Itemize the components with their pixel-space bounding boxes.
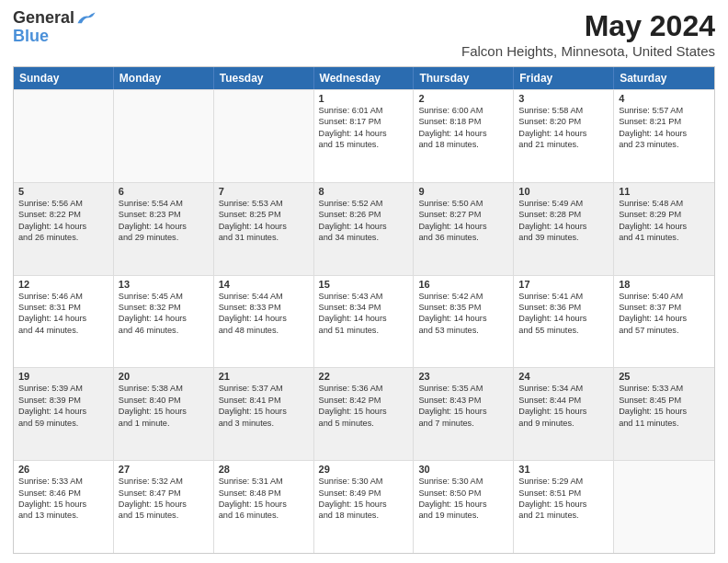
- table-row: [214, 90, 314, 182]
- day-number: 3: [518, 93, 609, 104]
- table-row: 26Sunrise: 5:33 AM Sunset: 8:46 PM Dayli…: [14, 461, 114, 553]
- header-friday: Friday: [514, 67, 614, 89]
- logo-bird-icon: [76, 10, 97, 27]
- header-thursday: Thursday: [414, 67, 514, 89]
- header-wednesday: Wednesday: [314, 67, 415, 89]
- table-row: 29Sunrise: 5:30 AM Sunset: 8:49 PM Dayli…: [314, 461, 415, 553]
- day-info: Sunrise: 5:52 AM Sunset: 8:26 PM Dayligh…: [319, 198, 409, 244]
- day-info: Sunrise: 5:56 AM Sunset: 8:22 PM Dayligh…: [18, 198, 108, 244]
- day-info: Sunrise: 5:36 AM Sunset: 8:42 PM Dayligh…: [319, 383, 409, 429]
- table-row: 16Sunrise: 5:42 AM Sunset: 8:35 PM Dayli…: [414, 276, 514, 368]
- day-info: Sunrise: 5:33 AM Sunset: 8:46 PM Dayligh…: [18, 476, 108, 522]
- day-number: 11: [619, 186, 710, 197]
- day-info: Sunrise: 5:50 AM Sunset: 8:27 PM Dayligh…: [418, 198, 508, 244]
- day-number: 9: [418, 186, 508, 197]
- day-number: 13: [119, 279, 209, 290]
- cal-row: 26Sunrise: 5:33 AM Sunset: 8:46 PM Dayli…: [14, 460, 714, 553]
- cal-row: 19Sunrise: 5:39 AM Sunset: 8:39 PM Dayli…: [14, 367, 714, 460]
- header: General Blue May 2024 Falcon Heights, Mi…: [13, 9, 715, 59]
- calendar-header: Sunday Monday Tuesday Wednesday Thursday…: [14, 67, 714, 89]
- day-info: Sunrise: 5:29 AM Sunset: 8:51 PM Dayligh…: [518, 476, 609, 522]
- table-row: 17Sunrise: 5:41 AM Sunset: 8:36 PM Dayli…: [514, 276, 614, 368]
- table-row: 18Sunrise: 5:40 AM Sunset: 8:37 PM Dayli…: [614, 276, 714, 368]
- day-info: Sunrise: 5:30 AM Sunset: 8:49 PM Dayligh…: [319, 476, 409, 522]
- header-monday: Monday: [114, 67, 214, 89]
- title-block: May 2024 Falcon Heights, Minnesota, Unit…: [461, 9, 715, 59]
- day-number: 18: [619, 279, 710, 290]
- day-info: Sunrise: 6:01 AM Sunset: 8:17 PM Dayligh…: [319, 105, 409, 151]
- logo-general: General: [13, 8, 74, 27]
- day-number: 20: [119, 371, 209, 382]
- day-info: Sunrise: 5:44 AM Sunset: 8:33 PM Dayligh…: [219, 291, 309, 337]
- day-info: Sunrise: 5:45 AM Sunset: 8:32 PM Dayligh…: [119, 291, 209, 337]
- table-row: 6Sunrise: 5:54 AM Sunset: 8:23 PM Daylig…: [114, 183, 214, 275]
- day-info: Sunrise: 5:58 AM Sunset: 8:20 PM Dayligh…: [518, 105, 609, 151]
- day-number: 21: [219, 371, 309, 382]
- day-number: 26: [18, 464, 108, 475]
- logo-blue: Blue: [13, 28, 49, 46]
- page-subtitle: Falcon Heights, Minnesota, United States: [461, 43, 715, 59]
- cal-row: 5Sunrise: 5:56 AM Sunset: 8:22 PM Daylig…: [14, 182, 714, 275]
- day-number: 1: [319, 93, 409, 104]
- day-number: 15: [319, 279, 409, 290]
- table-row: 3Sunrise: 5:58 AM Sunset: 8:20 PM Daylig…: [514, 90, 614, 182]
- table-row: 22Sunrise: 5:36 AM Sunset: 8:42 PM Dayli…: [314, 368, 415, 460]
- table-row: [14, 90, 114, 182]
- day-info: Sunrise: 5:34 AM Sunset: 8:44 PM Dayligh…: [518, 383, 609, 429]
- table-row: 31Sunrise: 5:29 AM Sunset: 8:51 PM Dayli…: [514, 461, 614, 553]
- day-number: 28: [219, 464, 309, 475]
- day-number: 25: [619, 371, 710, 382]
- day-info: Sunrise: 5:54 AM Sunset: 8:23 PM Dayligh…: [119, 198, 209, 244]
- page-title: May 2024: [461, 9, 715, 43]
- day-info: Sunrise: 5:32 AM Sunset: 8:47 PM Dayligh…: [119, 476, 209, 522]
- table-row: 9Sunrise: 5:50 AM Sunset: 8:27 PM Daylig…: [414, 183, 514, 275]
- day-number: 2: [418, 93, 508, 104]
- day-info: Sunrise: 5:33 AM Sunset: 8:45 PM Dayligh…: [619, 383, 710, 429]
- day-info: Sunrise: 5:53 AM Sunset: 8:25 PM Dayligh…: [219, 198, 309, 244]
- table-row: 5Sunrise: 5:56 AM Sunset: 8:22 PM Daylig…: [14, 183, 114, 275]
- day-info: Sunrise: 6:00 AM Sunset: 8:18 PM Dayligh…: [418, 105, 508, 151]
- day-info: Sunrise: 5:40 AM Sunset: 8:37 PM Dayligh…: [619, 291, 710, 337]
- table-row: 15Sunrise: 5:43 AM Sunset: 8:34 PM Dayli…: [314, 276, 415, 368]
- day-number: 17: [518, 279, 609, 290]
- header-sunday: Sunday: [14, 67, 114, 89]
- table-row: 1Sunrise: 6:01 AM Sunset: 8:17 PM Daylig…: [314, 90, 415, 182]
- logo: General Blue: [13, 9, 97, 46]
- day-number: 10: [518, 186, 609, 197]
- header-tuesday: Tuesday: [214, 67, 314, 89]
- day-number: 27: [119, 464, 209, 475]
- day-number: 12: [18, 279, 108, 290]
- day-info: Sunrise: 5:30 AM Sunset: 8:50 PM Dayligh…: [418, 476, 508, 522]
- day-number: 14: [219, 279, 309, 290]
- day-number: 23: [418, 371, 508, 382]
- day-number: 24: [518, 371, 609, 382]
- table-row: 4Sunrise: 5:57 AM Sunset: 8:21 PM Daylig…: [614, 90, 714, 182]
- table-row: 27Sunrise: 5:32 AM Sunset: 8:47 PM Dayli…: [114, 461, 214, 553]
- cal-row: 1Sunrise: 6:01 AM Sunset: 8:17 PM Daylig…: [14, 89, 714, 182]
- day-info: Sunrise: 5:46 AM Sunset: 8:31 PM Dayligh…: [18, 291, 108, 337]
- day-info: Sunrise: 5:48 AM Sunset: 8:29 PM Dayligh…: [619, 198, 710, 244]
- header-saturday: Saturday: [614, 67, 714, 89]
- day-number: 22: [319, 371, 409, 382]
- table-row: 10Sunrise: 5:49 AM Sunset: 8:28 PM Dayli…: [514, 183, 614, 275]
- table-row: 13Sunrise: 5:45 AM Sunset: 8:32 PM Dayli…: [114, 276, 214, 368]
- calendar-body: 1Sunrise: 6:01 AM Sunset: 8:17 PM Daylig…: [14, 89, 714, 553]
- table-row: 21Sunrise: 5:37 AM Sunset: 8:41 PM Dayli…: [214, 368, 314, 460]
- day-info: Sunrise: 5:38 AM Sunset: 8:40 PM Dayligh…: [119, 383, 209, 429]
- day-number: 5: [18, 186, 108, 197]
- table-row: [114, 90, 214, 182]
- day-info: Sunrise: 5:39 AM Sunset: 8:39 PM Dayligh…: [18, 383, 108, 429]
- day-number: 7: [219, 186, 309, 197]
- table-row: 25Sunrise: 5:33 AM Sunset: 8:45 PM Dayli…: [614, 368, 714, 460]
- day-info: Sunrise: 5:35 AM Sunset: 8:43 PM Dayligh…: [418, 383, 508, 429]
- day-number: 4: [619, 93, 710, 104]
- day-info: Sunrise: 5:49 AM Sunset: 8:28 PM Dayligh…: [518, 198, 609, 244]
- calendar: Sunday Monday Tuesday Wednesday Thursday…: [13, 66, 715, 554]
- table-row: 24Sunrise: 5:34 AM Sunset: 8:44 PM Dayli…: [514, 368, 614, 460]
- day-number: 19: [18, 371, 108, 382]
- table-row: 8Sunrise: 5:52 AM Sunset: 8:26 PM Daylig…: [314, 183, 415, 275]
- table-row: 20Sunrise: 5:38 AM Sunset: 8:40 PM Dayli…: [114, 368, 214, 460]
- day-info: Sunrise: 5:57 AM Sunset: 8:21 PM Dayligh…: [619, 105, 710, 151]
- day-info: Sunrise: 5:37 AM Sunset: 8:41 PM Dayligh…: [219, 383, 309, 429]
- day-number: 6: [119, 186, 209, 197]
